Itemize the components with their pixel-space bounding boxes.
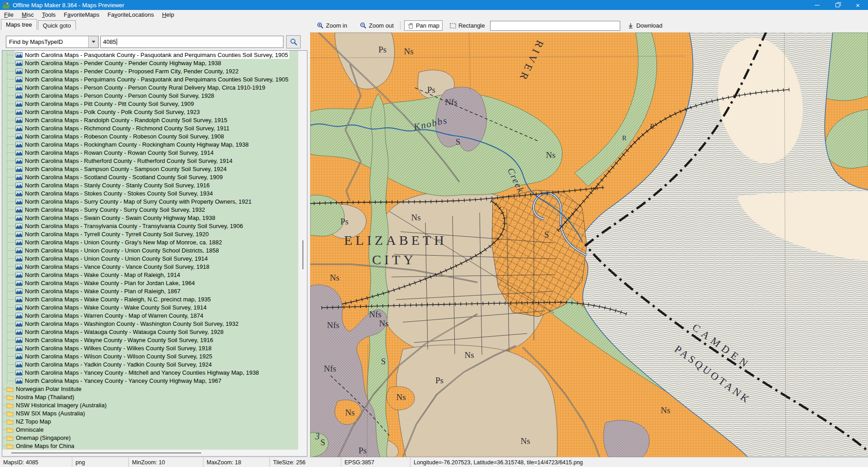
- map-image-icon: [15, 248, 23, 253]
- tree-map-item[interactable]: North Carolina Maps - Union County - Uni…: [2, 246, 298, 254]
- tree-connector: [7, 299, 15, 300]
- map-label: Ps: [427, 85, 435, 95]
- tree-map-item[interactable]: North Carolina Maps - Stokes County - St…: [2, 189, 298, 197]
- tree-map-item[interactable]: North Carolina Maps - Union County - Uni…: [2, 254, 298, 262]
- tree-map-item[interactable]: North Carolina Maps - Scotland County - …: [2, 173, 298, 181]
- pan-map-button[interactable]: Pan map: [404, 20, 443, 31]
- tree-map-item[interactable]: North Carolina Maps - Surry County - Map…: [2, 197, 298, 205]
- tree-map-item[interactable]: North Carolina Maps - Pender County - Pe…: [2, 59, 298, 67]
- tree-map-item[interactable]: North Carolina Maps - Union County - Gra…: [2, 238, 298, 246]
- tree-connector: [7, 55, 15, 55]
- search-icon: [290, 38, 297, 46]
- tree-folder-item[interactable]: NSW SIX Maps (Australia): [2, 409, 298, 417]
- tree-map-item[interactable]: North Carolina Maps - Wake County - Wake…: [2, 303, 298, 311]
- tree-map-item[interactable]: North Carolina Maps - Wake County - Plan…: [2, 279, 298, 287]
- tree-map-item[interactable]: North Carolina Maps - Pasquotank County …: [2, 51, 298, 59]
- menu-item[interactable]: File: [0, 10, 18, 19]
- status-panel: TileSize: 256: [270, 457, 341, 467]
- tree-map-item[interactable]: North Carolina Maps - Watauga County - W…: [2, 328, 298, 336]
- tree-folder-item[interactable]: Norwegian Polar Institute: [2, 385, 298, 393]
- close-button[interactable]: ×: [848, 0, 868, 10]
- tree-map-item[interactable]: North Carolina Maps - Wake County - Plan…: [2, 287, 298, 295]
- map-canvas[interactable]: ELIZABETHCITYCAMDENPASQUOTANKRIVERKnobbs…: [310, 33, 868, 457]
- tree-map-item[interactable]: North Carolina Maps - Wake County - Map …: [2, 271, 298, 279]
- pan-hand-icon: [407, 23, 414, 29]
- app-window: Offline Map Maker 8.364 - Maps Previewer…: [0, 0, 868, 467]
- tree-map-item[interactable]: North Carolina Maps - Polk County - Polk…: [2, 108, 298, 116]
- tree-map-item[interactable]: North Carolina Maps - Tyrrell County - T…: [2, 230, 298, 238]
- tree-map-item[interactable]: North Carolina Maps - Rutherford County …: [2, 157, 298, 165]
- map-image-icon: [15, 174, 23, 180]
- tree-map-item[interactable]: North Carolina Maps - Robeson County - R…: [2, 132, 298, 140]
- tree-item-label: North Carolina Maps - Union County - Uni…: [25, 255, 208, 262]
- minimize-button[interactable]: [807, 0, 827, 10]
- tree-map-item[interactable]: North Carolina Maps - Yancey County - Mi…: [2, 368, 298, 376]
- tree-connector: [7, 71, 15, 71]
- tree-map-item[interactable]: North Carolina Maps - Person County - Pe…: [2, 83, 298, 91]
- zoom-out-button[interactable]: Zoom out: [357, 21, 396, 30]
- map-label: S: [381, 357, 386, 366]
- menu-item[interactable]: Tools: [38, 10, 60, 19]
- tree-horizontal-scrollbar[interactable]: [2, 449, 298, 456]
- map-label: Ps: [340, 217, 349, 226]
- search-input[interactable]: 4085: [100, 36, 283, 48]
- tree-connector: [7, 315, 15, 316]
- tree-map-item[interactable]: North Carolina Maps - Wilson County - Wi…: [2, 352, 298, 360]
- tree-map-item[interactable]: North Carolina Maps - Yadkin County - Ya…: [2, 360, 298, 368]
- tree-map-item[interactable]: North Carolina Maps - Perquimans County …: [2, 75, 298, 83]
- tree-map-item[interactable]: North Carolina Maps - Rowan County - Row…: [2, 148, 298, 157]
- map-label: 3: [315, 431, 320, 441]
- tree-folder-item[interactable]: Onemap (Singapore): [2, 434, 298, 442]
- tree-map-item[interactable]: North Carolina Maps - Vance County - Van…: [2, 262, 298, 271]
- tree-folder-item[interactable]: NSW Historical Imagery (Australia): [2, 401, 298, 409]
- menu-item[interactable]: Misc: [18, 10, 38, 19]
- tree-map-item[interactable]: North Carolina Maps - Person County - Pe…: [2, 91, 298, 100]
- tree-folder-item[interactable]: Nostra Map (Thailand): [2, 393, 298, 401]
- tab-quick-goto[interactable]: Quick goto: [38, 20, 76, 30]
- tree-map-item[interactable]: North Carolina Maps - Richmond County - …: [2, 124, 298, 132]
- menu-item[interactable]: FavoriteMaps: [60, 10, 104, 19]
- tree-folder-item[interactable]: Omniscale: [2, 425, 298, 434]
- map-image-icon: [15, 362, 23, 367]
- tree-map-item[interactable]: North Carolina Maps - Rockingham County …: [2, 140, 298, 148]
- menu-item[interactable]: Help: [158, 10, 178, 19]
- tree-folder-item[interactable]: Online Maps for China: [2, 442, 298, 449]
- map-image-icon: [15, 101, 23, 107]
- tree-map-item[interactable]: North Carolina Maps - Pitt County - Pitt…: [2, 100, 298, 108]
- tree-map-item[interactable]: North Carolina Maps - Warren County - Ma…: [2, 311, 298, 319]
- scrollbar-thumb[interactable]: [302, 240, 303, 269]
- zoom-in-button[interactable]: Zoom in: [314, 21, 350, 30]
- tab-maps-tree[interactable]: Maps tree: [1, 19, 37, 30]
- combo-dropdown-button[interactable]: [88, 36, 98, 48]
- map-image-icon: [15, 272, 23, 278]
- tree-map-item[interactable]: North Carolina Maps - Stanly County - St…: [2, 181, 298, 189]
- search-button[interactable]: [286, 35, 301, 48]
- tree-map-item[interactable]: North Carolina Maps - Wilkes County - Wi…: [2, 344, 298, 352]
- scrollbar-thumb[interactable]: [11, 453, 201, 453]
- download-button[interactable]: Download: [625, 21, 665, 30]
- tree-map-item[interactable]: North Carolina Maps - Randolph County - …: [2, 116, 298, 124]
- tree-map-item[interactable]: North Carolina Maps - Yancey County - Ya…: [2, 376, 298, 385]
- tree-item-label: NZ Topo Map: [16, 418, 51, 425]
- tree-map-item[interactable]: North Carolina Maps - Surry County - Sur…: [2, 205, 298, 214]
- tree-folder-item[interactable]: NZ Topo Map: [2, 417, 298, 425]
- map-label: S: [321, 438, 326, 447]
- tree-map-item[interactable]: North Carolina Maps - Wake County - Rale…: [2, 295, 298, 303]
- tree-map-item[interactable]: North Carolina Maps - Transylvania Count…: [2, 222, 298, 230]
- rectangle-button[interactable]: Rectangle: [447, 21, 488, 30]
- tree-map-item[interactable]: North Carolina Maps - Pender County - Pr…: [2, 67, 298, 75]
- tree-connector: [7, 144, 15, 145]
- tree-map-item[interactable]: North Carolina Maps - Swain County - Swa…: [2, 214, 298, 222]
- find-mode-select[interactable]: Find by MapsTypeID: [6, 36, 99, 48]
- maps-tree-panel: North Carolina Maps - Pasquotank County …: [2, 50, 307, 457]
- toolbar-text-input[interactable]: [490, 21, 620, 31]
- tree-vertical-scrollbar[interactable]: [298, 51, 307, 449]
- tree-map-item[interactable]: North Carolina Maps - Washington County …: [2, 319, 298, 328]
- menu-item[interactable]: FavoriteLocations: [104, 10, 158, 19]
- restore-button[interactable]: [827, 0, 848, 10]
- tree-connector: [7, 258, 15, 259]
- tree-connector: [7, 120, 15, 120]
- tree-map-item[interactable]: North Carolina Maps - Wayne County - Way…: [2, 336, 298, 344]
- map-label: Ns: [411, 213, 420, 222]
- tree-map-item[interactable]: North Carolina Maps - Sampson County - S…: [2, 165, 298, 173]
